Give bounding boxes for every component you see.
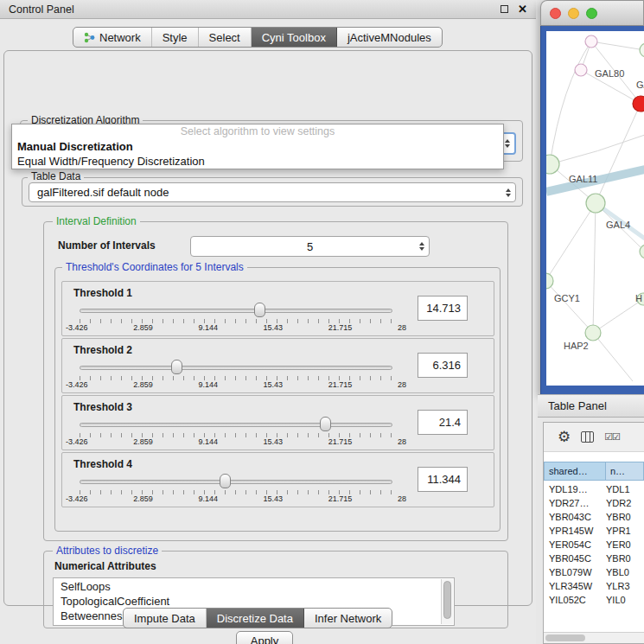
zoom-traffic-light[interactable] bbox=[586, 8, 597, 19]
tab-cyni-toolbox[interactable]: Cyni Toolbox bbox=[252, 28, 337, 47]
cell[interactable]: YBL079W bbox=[544, 567, 606, 577]
tab-impute-data[interactable]: Impute Data bbox=[124, 609, 207, 628]
scale-tick-label: 28 bbox=[398, 380, 406, 389]
table-panel-titlebar[interactable]: Table Panel bbox=[538, 394, 644, 418]
cell[interactable]: YDL1 bbox=[606, 484, 644, 494]
threshold-1-slider[interactable] bbox=[80, 303, 392, 318]
scrollbar-thumb[interactable] bbox=[443, 581, 451, 619]
cell[interactable]: YBR045C bbox=[544, 553, 606, 564]
threshold-2-slider[interactable] bbox=[80, 360, 392, 375]
cell[interactable]: YER0 bbox=[606, 539, 644, 550]
cell[interactable]: YIL0 bbox=[606, 595, 644, 605]
tab-label: jActiveMNodules bbox=[348, 31, 431, 44]
table-row[interactable]: YER054CYER0 bbox=[544, 538, 644, 552]
threshold-4-value-field[interactable]: 11.344 bbox=[418, 467, 468, 492]
threshold-3-panel: Threshold 3 -3.426 2.859 9.144 15.43 21.… bbox=[61, 395, 494, 450]
cell[interactable]: YBR0 bbox=[606, 553, 644, 564]
network-node[interactable] bbox=[585, 325, 601, 341]
table-data-combo[interactable]: galFiltered.sif default node bbox=[29, 182, 516, 202]
list-item[interactable]: SelfLoops bbox=[61, 579, 437, 594]
close-traffic-light[interactable] bbox=[550, 8, 561, 19]
tab-network[interactable]: Network bbox=[73, 28, 152, 47]
settings-gear-icon[interactable]: ⚙ bbox=[558, 430, 571, 444]
cell[interactable]: YPR1 bbox=[606, 526, 644, 536]
table-row[interactable]: YBR045CYBR0 bbox=[544, 552, 644, 565]
scale-tick-label: 28 bbox=[398, 437, 406, 446]
selected-network-node[interactable] bbox=[633, 96, 644, 112]
cell[interactable]: YER054C bbox=[544, 539, 606, 550]
combo-stepper-icon[interactable] bbox=[501, 183, 515, 201]
cell[interactable]: YBR0 bbox=[606, 512, 644, 522]
threshold-1-value-field[interactable]: 14.713 bbox=[418, 296, 468, 321]
tab-select[interactable]: Select bbox=[199, 28, 252, 47]
group-title: Table Data bbox=[28, 170, 84, 182]
tab-label: Select bbox=[209, 31, 240, 44]
cell[interactable]: YDR27… bbox=[544, 498, 606, 508]
threshold-3-slider[interactable] bbox=[80, 417, 392, 432]
table-row[interactable]: YBR043CYBR0 bbox=[544, 510, 644, 524]
float-window-icon[interactable] bbox=[501, 5, 508, 13]
network-canvas[interactable]: GAL80 GA GAL11 GAL4 GCY1 H HAP2 bbox=[546, 31, 644, 386]
threshold-4-slider[interactable] bbox=[80, 474, 392, 489]
tab-infer-network[interactable]: Infer Network bbox=[304, 609, 392, 628]
threshold-label: Threshold 2 bbox=[73, 344, 132, 356]
column-header-shared-name[interactable]: shared… bbox=[544, 462, 606, 481]
table-row[interactable]: YLR345WYLR3 bbox=[544, 579, 644, 593]
table-row[interactable]: YDR27…YDR2 bbox=[544, 496, 644, 510]
scrollbar-thumb[interactable] bbox=[545, 634, 585, 641]
table-row[interactable]: YBL079WYBL0 bbox=[544, 565, 644, 579]
control-panel: Control Panel ✕ Network Style Select Cyn… bbox=[0, 0, 536, 644]
close-icon[interactable]: ✕ bbox=[518, 3, 527, 15]
slider-thumb[interactable] bbox=[254, 303, 265, 317]
minimize-traffic-light[interactable] bbox=[568, 8, 579, 19]
dropdown-option-equal-width-frequency[interactable]: Equal Width/Frequency Discretization bbox=[12, 154, 503, 169]
threshold-2-value-field[interactable]: 6.316 bbox=[418, 353, 468, 378]
threshold-label: Threshold 1 bbox=[73, 287, 132, 299]
threshold-3-value-field[interactable]: 21.4 bbox=[418, 410, 468, 435]
slider-thumb[interactable] bbox=[320, 417, 331, 431]
cell[interactable]: YIL052C bbox=[544, 595, 606, 605]
columns-icon[interactable] bbox=[581, 431, 594, 443]
cell[interactable]: YDL19… bbox=[544, 484, 606, 494]
scale-tick-label: 2.859 bbox=[133, 494, 153, 503]
scale-tick-label: 21.715 bbox=[328, 437, 353, 446]
network-node[interactable] bbox=[585, 35, 597, 48]
slider-thumb[interactable] bbox=[220, 474, 231, 488]
slider-thumb[interactable] bbox=[171, 360, 182, 374]
tab-discretize-data[interactable]: Discretize Data bbox=[207, 609, 304, 628]
slider-track[interactable] bbox=[80, 309, 392, 313]
table-row[interactable]: YDL19…YDL1 bbox=[544, 482, 644, 496]
horizontal-scrollbar[interactable] bbox=[544, 632, 644, 643]
cell[interactable]: YLR345W bbox=[544, 581, 606, 591]
list-scrollbar[interactable] bbox=[441, 579, 453, 624]
network-window-titlebar[interactable] bbox=[540, 0, 644, 26]
num-intervals-combo[interactable]: 5 bbox=[190, 236, 430, 257]
network-node[interactable] bbox=[640, 43, 644, 57]
cell[interactable]: YPR145W bbox=[544, 526, 606, 536]
network-view-frame: GAL80 GA GAL11 GAL4 GCY1 H HAP2 bbox=[540, 26, 644, 394]
tab-style[interactable]: Style bbox=[152, 28, 199, 47]
tab-jactivemnodules[interactable]: jActiveMNodules bbox=[337, 28, 442, 47]
scale-tick-label: 15.43 bbox=[264, 494, 284, 503]
cell[interactable]: YDR2 bbox=[606, 498, 644, 508]
dropdown-option-manual-discretization[interactable]: Manual Discretization bbox=[12, 139, 503, 154]
slider-track[interactable] bbox=[80, 480, 392, 484]
column-header-name[interactable]: n… bbox=[606, 462, 644, 481]
combo-stepper-icon[interactable] bbox=[414, 237, 429, 256]
list-item[interactable]: TopologicalCoefficient bbox=[61, 594, 437, 609]
network-node[interactable] bbox=[575, 64, 587, 76]
cell[interactable]: YBL0 bbox=[606, 567, 644, 577]
network-node[interactable] bbox=[546, 273, 553, 289]
apply-button[interactable]: Apply bbox=[236, 631, 293, 644]
network-node[interactable] bbox=[586, 194, 605, 213]
select-columns-checkboxes-icon[interactable]: ☑☑ bbox=[604, 431, 620, 443]
slider-track[interactable] bbox=[80, 366, 392, 370]
table-row[interactable]: YIL052CYIL0 bbox=[544, 593, 644, 607]
threshold-1-panel: Threshold 1 -3.426 2.859 9.144 15.43 21.… bbox=[61, 281, 494, 336]
table-row[interactable]: YPR145WYPR1 bbox=[544, 524, 644, 538]
cell[interactable]: YBR043C bbox=[544, 512, 606, 522]
numerical-attributes-label: Numerical Attributes bbox=[54, 560, 156, 572]
cell[interactable]: YLR3 bbox=[606, 581, 644, 591]
network-graph: GAL80 GA GAL11 GAL4 GCY1 H HAP2 bbox=[546, 31, 644, 386]
slider-track[interactable] bbox=[80, 423, 392, 427]
